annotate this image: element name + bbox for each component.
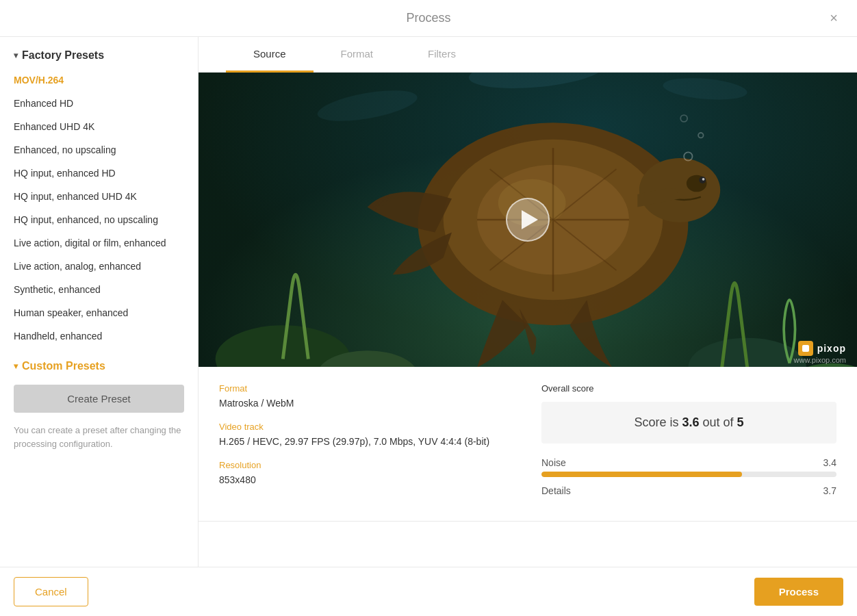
noise-bar-bg (541, 472, 836, 477)
sidebar-item-human-speaker[interactable]: Human speaker, enhanced (0, 301, 198, 324)
process-button[interactable]: Process (754, 578, 843, 606)
format-value: Matroska / WebM (219, 396, 514, 411)
sidebar-item-live-action-digital[interactable]: Live action, digital or film, enhanced (0, 231, 198, 255)
svg-point-13 (639, 158, 720, 222)
score-section: Overall score Score is 3.6 out of 5 Nois… (541, 383, 836, 504)
noise-metric-header: Noise 3.4 (541, 457, 836, 468)
overall-score-label: Overall score (541, 383, 836, 394)
file-info: Format Matroska / WebM Video track H.265… (219, 383, 514, 504)
sidebar-item-mov-h264[interactable]: MOV/H.264 (0, 68, 198, 92)
sidebar-item-hq-enhanced-hd[interactable]: HQ input, enhanced HD (0, 162, 198, 185)
dialog-header: Process × (0, 0, 857, 37)
custom-presets-header: ▾ Custom Presets (0, 348, 198, 379)
video-thumbnail: pixop www.pixop.com (199, 73, 857, 367)
noise-value: 3.4 (823, 457, 836, 468)
dialog-footer: Cancel Process (0, 567, 857, 616)
sidebar-item-enhanced-hd[interactable]: Enhanced HD (0, 92, 198, 115)
sidebar-item-handheld-enhanced[interactable]: Handheld, enhanced (0, 324, 198, 348)
video-container: pixop www.pixop.com (199, 73, 857, 367)
factory-presets-chevron: ▾ (14, 51, 18, 60)
sidebar-item-hq-enhanced-uhd-4k[interactable]: HQ input, enhanced UHD 4K (0, 185, 198, 208)
score-middle: out of (700, 415, 737, 429)
noise-metric: Noise 3.4 (541, 457, 836, 477)
tab-bar: Source Format Filters (199, 37, 857, 73)
pixop-url: www.pixop.com (783, 353, 857, 367)
score-box: Score is 3.6 out of 5 (541, 402, 836, 444)
video-track-label: Video track (219, 422, 514, 432)
custom-presets-label: Custom Presets (22, 360, 105, 372)
sidebar-item-hq-enhanced-no-upscaling[interactable]: HQ input, enhanced, no upscaling (0, 208, 198, 231)
score-max: 5 (737, 415, 744, 429)
dialog-body: ▾ Factory Presets MOV/H.264 Enhanced HD … (0, 37, 857, 567)
details-metric-header: Details 3.7 (541, 485, 836, 496)
details-metric: Details 3.7 (541, 485, 836, 496)
dialog-title: Process (406, 11, 450, 25)
sidebar: ▾ Factory Presets MOV/H.264 Enhanced HD … (0, 37, 199, 567)
custom-presets-chevron: ▾ (14, 361, 18, 371)
svg-point-16 (702, 178, 705, 181)
sidebar-item-live-action-analog[interactable]: Live action, analog, enhanced (0, 255, 198, 278)
format-label: Format (219, 383, 514, 394)
score-text: Score is 3.6 out of 5 (634, 415, 743, 429)
tab-format[interactable]: Format (314, 37, 401, 73)
score-prefix: Score is (634, 415, 682, 429)
sidebar-item-synthetic-enhanced[interactable]: Synthetic, enhanced (0, 278, 198, 301)
resolution-value: 853x480 (219, 473, 514, 487)
create-preset-button[interactable]: Create Preset (14, 385, 184, 413)
create-preset-hint: You can create a preset after changing t… (0, 418, 198, 456)
pixop-brand-text: pixop (817, 343, 846, 354)
noise-bar-fill (541, 472, 742, 477)
info-section: Format Matroska / WebM Video track H.265… (199, 367, 857, 522)
main-content: Source Format Filters (199, 37, 857, 567)
factory-presets-header: ▾ Factory Presets (0, 37, 198, 68)
factory-presets-label: Factory Presets (22, 49, 104, 62)
resolution-label: Resolution (219, 460, 514, 470)
play-button[interactable] (506, 198, 550, 242)
process-dialog: Process × ▾ Factory Presets MOV/H.264 En… (0, 0, 857, 616)
content-area: pixop www.pixop.com Format Matroska / We… (199, 73, 857, 567)
pixop-logo-inner (802, 345, 809, 352)
tab-filters[interactable]: Filters (400, 37, 483, 73)
cancel-button[interactable]: Cancel (14, 577, 88, 606)
play-icon (522, 210, 538, 229)
sidebar-item-enhanced-uhd-4k[interactable]: Enhanced UHD 4K (0, 115, 198, 138)
tab-source[interactable]: Source (226, 37, 314, 73)
noise-label: Noise (541, 457, 566, 468)
video-track-value: H.265 / HEVC, 29.97 FPS (29.97p), 7.0 Mb… (219, 435, 514, 449)
score-number: 3.6 (682, 415, 699, 429)
close-button[interactable]: × (824, 9, 843, 28)
sidebar-item-enhanced-no-upscaling[interactable]: Enhanced, no upscaling (0, 138, 198, 162)
details-value: 3.7 (823, 485, 836, 496)
details-label: Details (541, 485, 571, 496)
